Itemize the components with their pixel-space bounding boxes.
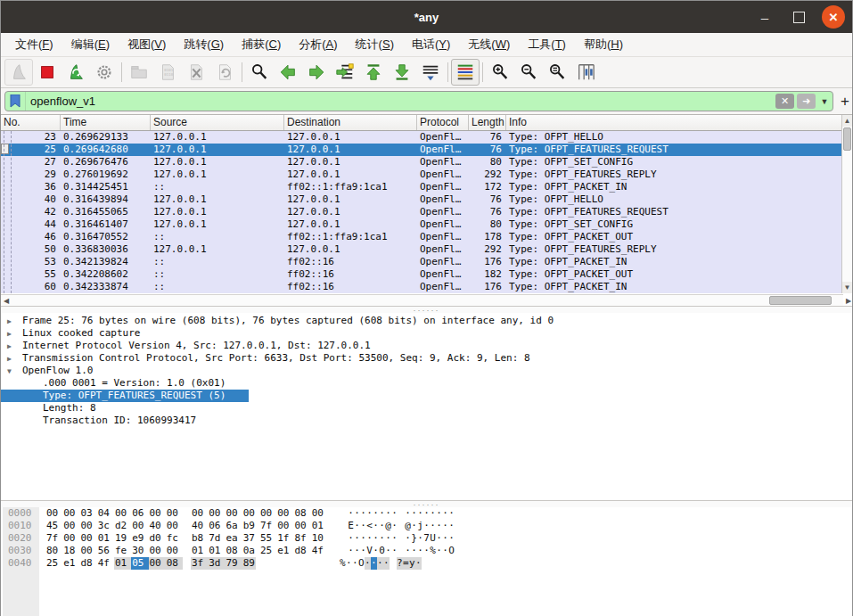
ascii-char[interactable]: · — [348, 507, 354, 520]
ascii-char[interactable]: · — [360, 545, 366, 557]
hex-byte[interactable]: 06 — [131, 507, 144, 520]
ascii-char[interactable]: · — [373, 545, 379, 557]
hex-row-0010[interactable]: 00104500003cd200400040066ab97f000001E··<… — [1, 520, 852, 532]
hex-byte[interactable]: 00 — [166, 507, 179, 520]
hex-byte[interactable]: 00 — [62, 532, 76, 545]
stop-capture-button[interactable] — [33, 59, 62, 86]
hex-byte[interactable]: 1f — [276, 532, 290, 545]
hex-byte[interactable]: 37 — [242, 532, 256, 545]
open-file-button[interactable] — [125, 59, 153, 86]
ascii-char[interactable]: · — [442, 545, 448, 557]
hex-byte[interactable]: ea — [226, 532, 239, 545]
hex-byte[interactable]: d2 — [114, 520, 127, 532]
hex-byte[interactable]: 01 — [208, 545, 221, 557]
hex-byte[interactable]: e1 — [276, 545, 290, 557]
hex-byte[interactable]: 01 — [114, 557, 131, 570]
hex-row-0040[interactable]: 004025e1d84f010500083f3d7989%··O····?=y· — [1, 557, 852, 570]
pane-splitter[interactable]: ······ — [1, 307, 852, 313]
ascii-char[interactable]: ? — [397, 557, 403, 570]
ascii-char[interactable]: · — [417, 545, 423, 557]
column-header-info[interactable]: Info — [506, 115, 843, 130]
column-header-length[interactable]: Length — [469, 115, 506, 130]
ascii-char[interactable]: · — [373, 507, 379, 520]
ascii-char[interactable]: · — [371, 557, 377, 570]
collapsed-triangle-icon[interactable]: ▶ — [1, 341, 20, 353]
hex-byte[interactable]: 00 — [259, 507, 273, 520]
filter-clear-button[interactable]: ✕ — [775, 94, 794, 109]
ascii-char[interactable]: · — [430, 507, 436, 520]
hex-row-0020[interactable]: 00207f00000119e9d0fcb87dea37551f8f10····… — [1, 532, 852, 545]
hex-byte[interactable]: 06 — [208, 520, 221, 532]
detail-row[interactable]: .000 0001 = Version: 1.0 (0x01) — [1, 377, 852, 390]
hex-byte[interactable]: 00 — [294, 520, 308, 532]
hex-byte[interactable]: d8 — [80, 557, 94, 570]
ascii-char[interactable]: · — [391, 545, 398, 557]
add-filter-button-button[interactable]: + — [841, 93, 849, 111]
ascii-char[interactable]: · — [442, 532, 448, 545]
hex-byte[interactable]: 10 — [311, 532, 324, 545]
previous-packet-button[interactable] — [274, 59, 302, 86]
ascii-char[interactable]: @ — [385, 520, 391, 532]
close-button[interactable]: ✕ — [822, 5, 845, 29]
column-header-time[interactable]: Time — [61, 115, 151, 130]
packet-row-27[interactable]: 270.269676476127.0.0.1127.0.0.1OpenFl…80… — [1, 156, 843, 168]
scroll-right-arrow-icon[interactable]: ▶ — [843, 297, 853, 305]
ascii-char[interactable]: · — [423, 545, 430, 557]
hex-byte[interactable]: 00 — [166, 520, 179, 532]
ascii-char[interactable]: · — [436, 545, 442, 557]
ascii-char[interactable]: · — [448, 520, 455, 532]
display-filter-input[interactable]: openflow_v1 ✕ ➜ ▼ — [4, 91, 833, 111]
hex-byte[interactable]: d0 — [149, 532, 162, 545]
detail-row[interactable]: Type: OFPT_FEATURES_REQUEST (5) — [1, 390, 852, 402]
ascii-char[interactable]: · — [348, 545, 354, 557]
close-file-button[interactable] — [182, 59, 210, 86]
ascii-char[interactable]: · — [405, 507, 411, 520]
hex-byte[interactable]: 56 — [97, 545, 111, 557]
hex-byte[interactable]: 00 — [62, 507, 76, 520]
hex-byte[interactable]: 00 — [45, 507, 59, 520]
save-file-button[interactable]: 01010110 — [153, 59, 182, 86]
horizontal-scrollbar[interactable]: ◀ ▶ — [1, 294, 843, 306]
ascii-char[interactable]: · — [366, 532, 373, 545]
restart-capture-button[interactable] — [62, 59, 90, 86]
pane-splitter[interactable]: ······ — [1, 501, 852, 507]
ascii-char[interactable]: · — [411, 507, 417, 520]
filter-bookmark-button[interactable] — [5, 92, 26, 111]
ascii-char[interactable]: · — [354, 520, 360, 532]
filter-dropdown-caret[interactable]: ▼ — [818, 97, 831, 106]
scroll-down-arrow-icon[interactable]: ▼ — [842, 282, 852, 293]
menu-item-h[interactable]: 帮助(H) — [575, 34, 632, 55]
resize-columns-button[interactable] — [571, 59, 600, 86]
zoom-in-button[interactable] — [486, 59, 514, 86]
vertical-scroll-thumb[interactable] — [843, 127, 851, 151]
ascii-char[interactable]: · — [442, 507, 448, 520]
ascii-char[interactable]: · — [417, 507, 423, 520]
hex-byte[interactable]: 00 — [191, 507, 204, 520]
ascii-char[interactable]: O — [358, 557, 365, 570]
hex-byte[interactable]: d8 — [294, 545, 308, 557]
hex-byte[interactable]: 00 — [114, 507, 127, 520]
hex-byte[interactable]: 00 — [208, 507, 221, 520]
ascii-char[interactable]: · — [354, 507, 360, 520]
menu-item-f[interactable]: 文件(F) — [6, 34, 62, 55]
ascii-char[interactable]: · — [383, 557, 390, 570]
hex-byte[interactable]: 19 — [114, 532, 127, 545]
hex-row-0000[interactable]: 000000000304000600000000000000000800····… — [1, 507, 852, 520]
hex-byte[interactable]: 40 — [149, 520, 162, 532]
packet-row-23[interactable]: 230.269629133127.0.0.1127.0.0.1OpenFl…76… — [1, 131, 843, 144]
colorize-packets-button[interactable] — [451, 59, 480, 86]
hex-row-0030[interactable]: 003080180056fe3000000101080a25e1d84f···V… — [1, 545, 852, 557]
ascii-char[interactable]: · — [430, 520, 436, 532]
hex-byte[interactable]: 00 — [131, 520, 144, 532]
ascii-char[interactable]: · — [373, 520, 379, 532]
hex-byte[interactable]: 00 — [62, 520, 76, 532]
detail-row[interactable]: ▶Internet Protocol Version 4, Src: 127.0… — [1, 340, 852, 352]
ascii-char[interactable]: U — [430, 532, 436, 545]
hex-byte[interactable]: 03 — [80, 507, 94, 520]
hex-byte[interactable]: 04 — [97, 507, 111, 520]
horizontal-scroll-thumb[interactable] — [769, 296, 832, 305]
find-packet-button[interactable] — [245, 59, 274, 86]
packet-row-40[interactable]: 400.316439894127.0.0.1127.0.0.1OpenFl…76… — [1, 193, 843, 206]
hex-byte[interactable]: 01 — [97, 532, 111, 545]
hex-byte[interactable]: e1 — [62, 557, 76, 570]
